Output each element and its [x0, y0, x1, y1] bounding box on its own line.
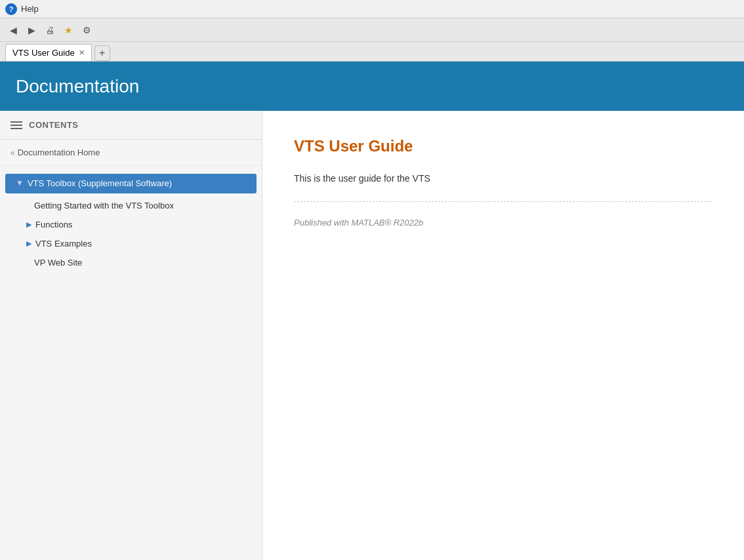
item-label: VP Web Site	[34, 258, 82, 268]
tree-children: Getting Started with the VTS Toolbox ▶ F…	[0, 196, 262, 272]
item-label: Functions	[35, 220, 72, 230]
expand-arrow-icon: ▶	[26, 239, 31, 248]
window-title: Help	[21, 4, 39, 14]
new-tab-button[interactable]: +	[94, 45, 110, 61]
forward-button[interactable]: ▶	[24, 22, 39, 38]
list-item[interactable]: VP Web Site	[21, 253, 262, 272]
list-item[interactable]: ▶ Functions	[21, 215, 262, 234]
page-title: VTS User Guide	[294, 137, 713, 155]
contents-header: CONTENTS	[0, 111, 262, 140]
divider	[294, 201, 713, 202]
title-bar: ? Help	[0, 0, 744, 18]
contents-label: CONTENTS	[29, 120, 79, 130]
app-icon: ?	[5, 3, 17, 15]
list-item[interactable]: ▶ VTS Examples	[21, 234, 262, 253]
bookmark-button[interactable]: ★	[60, 22, 76, 38]
header-title: Documentation	[16, 76, 139, 97]
back-button[interactable]: ◀	[5, 22, 21, 38]
active-tab[interactable]: VTS User Guide ✕	[5, 44, 92, 61]
settings-button[interactable]: ⚙	[79, 22, 94, 38]
content-area: VTS User Guide This is the user guide fo…	[262, 111, 744, 560]
item-label: VTS Examples	[35, 239, 92, 249]
tab-bar: VTS User Guide ✕ +	[0, 42, 744, 62]
sidebar: CONTENTS « Documentation Home ▼ VTS Tool…	[0, 111, 262, 560]
doc-header: Documentation	[0, 62, 744, 111]
tree-container: ▼ VTS Toolbox (Supplemental Software) Ge…	[0, 166, 262, 277]
tab-label: VTS User Guide	[12, 48, 75, 58]
nav-bar: ◀ ▶ 🖨 ★ ⚙	[0, 18, 744, 42]
hamburger-menu[interactable]	[10, 121, 22, 129]
expand-arrow-icon: ▶	[26, 220, 31, 229]
print-button[interactable]: 🖨	[42, 22, 58, 38]
tab-close-button[interactable]: ✕	[79, 49, 85, 57]
main-layout: CONTENTS « Documentation Home ▼ VTS Tool…	[0, 111, 744, 560]
expand-arrow-icon: ▼	[16, 178, 24, 188]
doc-home-link[interactable]: « Documentation Home	[0, 140, 262, 166]
tree-parent-item[interactable]: ▼ VTS Toolbox (Supplemental Software)	[5, 174, 257, 193]
item-label: Getting Started with the VTS Toolbox	[34, 201, 174, 210]
published-note: Published with MATLAB® R2022b	[294, 218, 713, 228]
doc-home-label: Documentation Home	[18, 148, 100, 157]
page-intro: This is the user guide for the VTS	[294, 171, 713, 186]
list-item[interactable]: Getting Started with the VTS Toolbox	[21, 196, 262, 215]
tree-parent-label: VTS Toolbox (Supplemental Software)	[28, 178, 172, 190]
chevron-left-icon: «	[10, 148, 15, 157]
